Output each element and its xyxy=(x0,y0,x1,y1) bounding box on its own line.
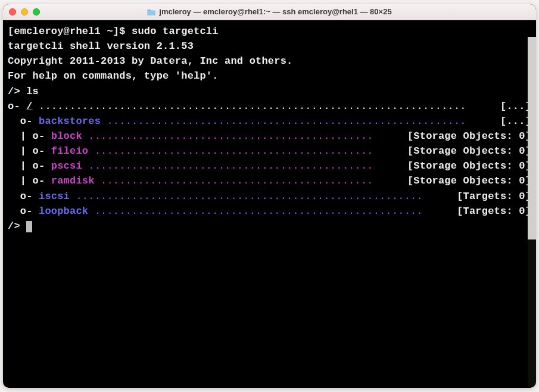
prompt-line-2: /> ls xyxy=(8,84,531,99)
minimize-icon[interactable] xyxy=(21,8,28,15)
command-text: sudo targetcli xyxy=(132,26,219,37)
tree-backstores: o- backstores ..........................… xyxy=(8,114,531,129)
tree-ramdisk: | o- ramdisk ...........................… xyxy=(8,173,531,188)
tree-loopback: o- loopback ............................… xyxy=(8,204,531,219)
scrollbar-track[interactable] xyxy=(528,37,536,386)
window-titlebar[interactable]: jmcleroy — emcleroy@rhel1:~ — ssh emcler… xyxy=(3,4,536,20)
prompt-line-1: [emcleroy@rhel1 ~]$ sudo targetcli xyxy=(8,24,531,39)
tree-iscsi: o- iscsi ...............................… xyxy=(8,189,531,204)
maximize-icon[interactable] xyxy=(33,8,40,15)
prompt-line-3[interactable]: /> xyxy=(8,219,531,234)
tree-root: o- / ...................................… xyxy=(8,99,531,114)
prompt-text: [emcleroy@rhel1 ~]$ xyxy=(8,26,132,37)
terminal-body[interactable]: [emcleroy@rhel1 ~]$ sudo targetcli targe… xyxy=(3,20,536,237)
tree-pscsi: | o- pscsi .............................… xyxy=(8,158,531,173)
cursor-icon xyxy=(26,221,32,232)
tree-fileio: | o- fileio ............................… xyxy=(8,144,531,158)
close-icon[interactable] xyxy=(9,8,16,15)
command-text: ls xyxy=(26,86,39,97)
window-title-text: jmcleroy — emcleroy@rhel1:~ — ssh emcler… xyxy=(159,7,391,16)
terminal-window: jmcleroy — emcleroy@rhel1:~ — ssh emcler… xyxy=(3,4,536,388)
welcome-line-1: targetcli shell version 2.1.53 xyxy=(8,39,531,54)
window-title: jmcleroy — emcleroy@rhel1:~ — ssh emcler… xyxy=(3,7,536,16)
scrollbar-thumb[interactable] xyxy=(528,37,536,239)
traffic-lights xyxy=(9,8,40,15)
terminal-content[interactable]: [emcleroy@rhel1 ~]$ sudo targetcli targe… xyxy=(3,20,536,388)
folder-icon xyxy=(147,8,155,15)
welcome-line-2: Copyright 2011-2013 by Datera, Inc and o… xyxy=(8,54,531,69)
welcome-line-3: For help on commands, type 'help'. xyxy=(8,69,531,83)
tree-block: | o- block .............................… xyxy=(8,129,531,144)
prompt-text: /> xyxy=(8,220,26,232)
prompt-text: /> xyxy=(8,86,26,97)
